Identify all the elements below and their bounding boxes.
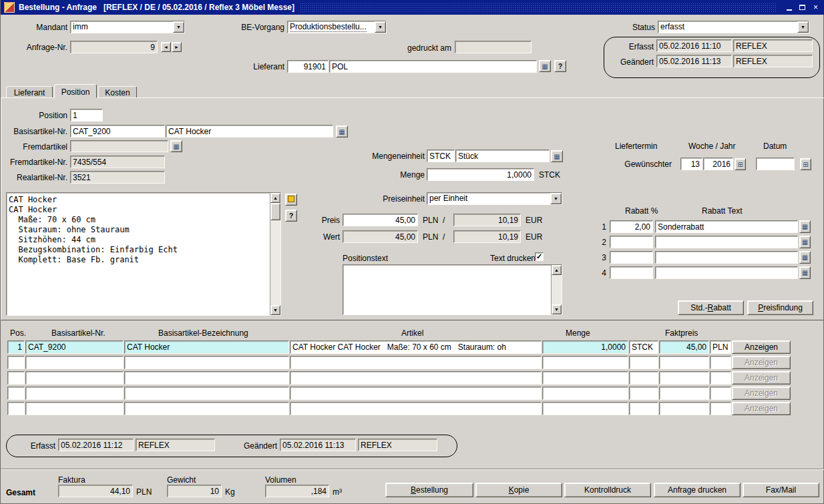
anfrage-nr-field[interactable] [70, 41, 158, 53]
grid-pos-cell[interactable] [7, 402, 25, 415]
grid-faktpreis-cell[interactable] [659, 340, 709, 354]
rabatt-lov-button[interactable]: ▦ [799, 266, 811, 279]
position-field[interactable] [70, 109, 103, 121]
grid-artikel-cell[interactable] [290, 356, 542, 369]
grid-einheit-cell[interactable] [629, 371, 658, 385]
kontrolldruck-button[interactable]: Kontrolldruck [564, 483, 651, 497]
gedruckt-am-field[interactable] [455, 41, 532, 53]
preisfindung-button[interactable]: Preisfindung [747, 300, 813, 315]
footer-erfasst-user-field[interactable] [136, 439, 215, 451]
grid-artikel-cell[interactable] [290, 402, 542, 415]
lieferant-lov-button[interactable]: ▦ [539, 60, 551, 72]
window-minimize-icon[interactable] [783, 3, 795, 13]
grid-faktpreis-cell[interactable] [659, 387, 709, 400]
grid-basisartikel-nr-cell[interactable] [25, 387, 124, 400]
scroll-up-icon[interactable]: ▲ [270, 193, 280, 203]
scroll-up-icon[interactable]: ▲ [552, 265, 562, 275]
basisartikel-nr-field[interactable] [70, 125, 165, 138]
record-next-button[interactable]: ► [172, 42, 182, 52]
tab-position[interactable]: Position [54, 84, 97, 98]
grid-einheit-cell[interactable] [629, 356, 658, 369]
footer-erfasst-datetime-field[interactable] [58, 439, 134, 451]
grid-basisartikel-nr-cell[interactable] [25, 371, 124, 385]
rabatt-lov-button[interactable]: ▦ [799, 220, 811, 233]
artikel-beschreibung-box[interactable]: CAT Hocker CAT Hocker Maße: 70 x 60 cm S… [6, 192, 281, 316]
lieferant-nr-field[interactable] [287, 60, 329, 73]
geaendert-user-field[interactable] [733, 55, 813, 67]
liefertermin-woche-field[interactable] [680, 158, 702, 170]
wert-eur-field[interactable] [453, 230, 521, 243]
mandant-dropdown-button[interactable]: ▼ [173, 21, 184, 33]
grid-menge-cell[interactable] [542, 387, 628, 400]
tab-kosten[interactable]: Kosten [98, 86, 137, 98]
grid-menge-cell[interactable] [542, 371, 628, 385]
anzeigen-button[interactable]: Anzeigen [732, 387, 791, 400]
basisartikel-lov-button[interactable]: ▦ [336, 125, 348, 138]
grid-bezeichnung-cell[interactable] [124, 340, 289, 354]
preis-eur-field[interactable] [453, 214, 521, 226]
lieferant-name-field[interactable] [329, 60, 537, 73]
positionstext-scrollbar[interactable]: ▲ ▼ [551, 265, 562, 314]
grid-basisartikel-nr-cell[interactable] [25, 340, 124, 354]
geaendert-datetime-field[interactable] [656, 55, 732, 67]
datum-calendar-button[interactable]: ⊞ [800, 158, 811, 170]
grid-pos-cell[interactable] [7, 356, 25, 369]
grid-bezeichnung-cell[interactable] [124, 371, 289, 385]
rabatt-text-field[interactable] [655, 251, 798, 264]
rabatt-prozent-field[interactable] [610, 236, 653, 248]
faktura-field[interactable] [58, 485, 133, 497]
fax-mail-button[interactable]: Fax/Mail [743, 483, 819, 497]
positionstext-box[interactable]: ▲ ▼ [343, 264, 562, 315]
erfasst-datetime-field[interactable] [656, 39, 732, 52]
grid-einheit-cell[interactable] [629, 340, 658, 354]
grid-menge-cell[interactable] [542, 402, 628, 415]
grid-einheit-cell[interactable] [629, 402, 658, 415]
fremdartikel-lov-button[interactable]: ▦ [170, 140, 182, 152]
lieferant-help-button[interactable]: ? [554, 60, 566, 72]
menge-field[interactable] [427, 168, 534, 181]
rabatt-lov-button[interactable]: ▦ [799, 251, 811, 264]
grid-basisartikel-nr-cell[interactable] [25, 402, 124, 415]
gewicht-field[interactable] [167, 485, 222, 497]
grid-waehrung-cell[interactable] [710, 402, 731, 415]
record-prev-button[interactable]: ◄ [161, 42, 171, 52]
anfrage-drucken-button[interactable]: Anfrage drucken [654, 483, 741, 497]
rabatt-text-field[interactable] [655, 220, 798, 233]
mengeneinheit-lov-button[interactable]: ▦ [551, 150, 563, 162]
grid-artikel-cell[interactable] [290, 387, 542, 400]
liefertermin-datum-field[interactable] [756, 158, 795, 170]
anzeigen-button[interactable]: Anzeigen [732, 356, 791, 369]
grid-menge-cell[interactable] [542, 356, 628, 369]
realartikel-nr-field[interactable] [70, 171, 165, 184]
scrollbar-thumb[interactable] [270, 203, 280, 220]
window-close-icon[interactable]: × [810, 3, 821, 13]
scroll-down-icon[interactable]: ▼ [552, 304, 562, 314]
volumen-field[interactable] [265, 485, 329, 497]
grid-einheit-cell[interactable] [629, 387, 658, 400]
grid-basisartikel-nr-cell[interactable] [25, 356, 124, 369]
grid-faktpreis-cell[interactable] [659, 402, 709, 415]
liefertermin-jahr-field[interactable] [703, 158, 733, 170]
woche-calendar-button[interactable]: ⊞ [735, 158, 746, 170]
tab-lieferant[interactable]: Lieferant [6, 86, 53, 98]
fremdartikel-nr-field[interactable] [70, 156, 165, 168]
preiseinheit-combo[interactable]: per Einheit ▼ [427, 192, 562, 205]
grid-artikel-cell[interactable] [290, 340, 542, 354]
std-rabatt-button[interactable]: Std.-Rabatt [678, 300, 744, 315]
anzeigen-button[interactable]: Anzeigen [732, 371, 791, 385]
grid-pos-cell[interactable] [7, 387, 25, 400]
beschreibung-scrollbar[interactable]: ▲ ▼ [270, 193, 280, 315]
editor-note-button[interactable] [285, 194, 297, 206]
status-combo[interactable]: erfasst ▼ [658, 21, 809, 33]
grid-pos-cell[interactable] [7, 371, 25, 385]
mandant-combo[interactable]: imm ▼ [70, 21, 185, 33]
grid-faktpreis-cell[interactable] [659, 371, 709, 385]
status-dropdown-button[interactable]: ▼ [797, 21, 809, 33]
basisartikel-name-field[interactable] [166, 125, 333, 138]
scroll-down-icon[interactable]: ▼ [270, 305, 280, 315]
footer-geaendert-datetime-field[interactable] [280, 439, 356, 451]
rabatt-text-field[interactable] [655, 236, 798, 248]
footer-geaendert-user-field[interactable] [358, 439, 437, 451]
grid-menge-cell[interactable] [542, 340, 628, 354]
grid-bezeichnung-cell[interactable] [124, 356, 289, 369]
